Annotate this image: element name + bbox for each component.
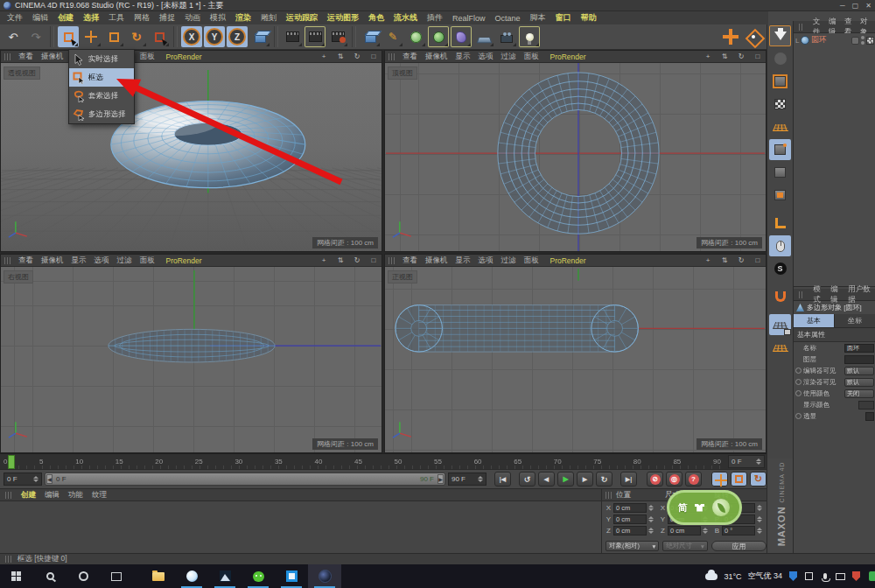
attribute-menu-item[interactable]: 用户数据 [848,284,871,305]
keyframe-dot-icon[interactable] [795,390,802,396]
next-frame-button[interactable]: ▶ [577,472,593,486]
frame-increment-spinner[interactable]: 0 F [728,455,765,468]
spinner-arrows-icon[interactable] [648,516,654,522]
add-camera-button[interactable] [496,26,517,47]
coordinate-system-button[interactable] [249,26,270,47]
workplane-rotate-button[interactable] [769,337,791,358]
menu-item[interactable]: 角色 [368,12,384,24]
next-key-button[interactable]: ↻ [596,472,612,486]
viewport-canvas[interactable] [1,63,382,251]
photo-app-button[interactable] [208,564,242,588]
viewport-solo-button[interactable] [769,235,791,256]
keyframe-dot-icon[interactable] [795,379,802,385]
coordinate-input[interactable]: 0 cm [613,503,647,513]
orbit-view-icon[interactable]: ↻ [353,256,361,264]
taskbar-search-button[interactable] [33,564,66,588]
pan-view-icon[interactable]: + [319,52,328,60]
timeline-playhead[interactable] [8,455,15,469]
snap-button[interactable] [769,286,791,307]
display-tray-icon[interactable] [836,571,845,581]
range-right-handle[interactable]: ▶ [438,474,444,484]
add-primitive-button[interactable] [360,26,381,47]
attribute-value[interactable] [858,401,874,410]
material-menu-item[interactable]: 创建 [21,490,36,500]
start-button[interactable] [0,564,33,588]
microphone-tray-icon[interactable] [820,571,830,581]
model-mode-button[interactable] [769,71,791,92]
viewport-menu-item[interactable]: 摄像机 [41,256,64,266]
viewport-menu-item[interactable]: 过滤 [501,256,516,266]
green-tray-icon[interactable] [867,571,875,581]
menu-item[interactable]: 创建 [58,12,74,24]
attribute-menu-item[interactable]: 模式 [813,284,824,305]
viewport-menu-item[interactable]: 查看 [402,52,417,62]
ime-language-badge[interactable]: 简 [678,501,688,514]
coordinate-input[interactable]: 0 cm [613,514,647,524]
task-view-button[interactable] [100,564,133,588]
ime-skin-icon[interactable] [695,504,704,512]
edges-mode-button[interactable] [769,162,791,183]
add-environment-button[interactable] [473,26,494,47]
autokey-button[interactable]: ◎ [666,472,682,486]
apply-button[interactable]: 应用 [711,541,766,551]
maximize-button[interactable]: ▢ [852,2,859,10]
viewport-menu-item[interactable]: 显示 [456,256,471,266]
menu-item[interactable]: 工具 [108,12,124,24]
object-name[interactable]: 圆环 [811,35,850,46]
coordinate-input[interactable]: 0 ° [722,526,755,536]
add-generator-button[interactable] [428,26,449,47]
render-picture-viewer-button[interactable] [304,26,326,47]
panel-grip-icon[interactable] [388,53,395,60]
viewport-menu-item[interactable]: 摄像机 [425,256,448,266]
lock-y-axis-button[interactable]: Y [204,26,225,47]
viewport-menu-item[interactable]: 面板 [140,256,155,266]
menu-item[interactable]: 脚本 [530,12,546,24]
prorender-menu[interactable]: ProRender [166,256,202,265]
attribute-value[interactable]: 默认 [844,367,874,375]
spinner-arrows-icon[interactable] [478,476,483,482]
dolly-view-icon[interactable]: ⇅ [336,256,345,264]
preview-range-slider[interactable]: ◀ 0 F 90 F ▶ [45,472,445,486]
previous-key-button[interactable]: ↺ [519,472,536,486]
move-tool-button[interactable] [80,26,102,47]
menu-item[interactable]: 流水线 [394,12,417,24]
workplane-mode-button[interactable] [769,116,791,137]
current-frame-spinner[interactable]: 0 F [4,472,42,486]
orbit-view-icon[interactable]: ↻ [353,52,361,60]
weather-cloud-icon[interactable] [705,573,718,580]
maximize-view-icon[interactable]: □ [369,52,378,60]
material-list-area[interactable] [0,501,601,553]
viewport-menu-item[interactable]: 查看 [18,256,33,266]
defender-tray-icon[interactable] [851,571,861,581]
air-quality[interactable]: 空气优 34 [747,570,782,582]
record-keyframe-button[interactable]: ⊘ [647,472,663,486]
spinner-arrows-icon[interactable] [33,476,38,482]
maximize-view-icon[interactable]: □ [753,52,762,60]
viewport-menu-item[interactable]: 过滤 [117,256,132,266]
menu-item[interactable]: 编辑 [32,12,48,24]
ime-logo-icon[interactable] [711,498,731,517]
attribute-value[interactable]: 关闭 [844,389,874,398]
minimize-button[interactable]: ─ [840,2,845,10]
pan-view-icon[interactable]: + [704,52,712,60]
undo-button[interactable]: ↶ [3,26,24,47]
viewport-menu-item[interactable]: 摄像机 [425,52,448,62]
play-button[interactable]: ▶ [557,472,574,486]
attribute-value[interactable]: 圆环 [844,344,874,353]
selection-tool-button[interactable] [58,26,79,47]
menu-item[interactable]: 帮助 [581,12,597,24]
menu-item[interactable]: Octane [495,14,521,23]
pan-view-icon[interactable]: + [704,256,712,264]
attribute-menu-item[interactable]: 编辑 [830,284,842,305]
viewport-top[interactable]: 查看摄像机显示选项过滤面板 ProRender + ⇅ ↻ □ 顶视图 网格间距… [384,50,766,252]
material-menu-item[interactable]: 功能 [68,490,83,500]
input-method-toolbar[interactable]: 简 [667,490,742,525]
menu-item[interactable]: RealFlow [452,14,486,23]
object-manager[interactable]: L 圆环 [794,33,875,287]
browser-button[interactable] [175,564,208,588]
orbit-view-icon[interactable]: ↻ [737,52,746,60]
workplane-lock-button[interactable] [769,314,791,335]
make-editable-button[interactable] [769,25,791,46]
menu-item[interactable]: 插件 [427,12,443,24]
attribute-tab[interactable]: 坐标 [835,314,875,327]
